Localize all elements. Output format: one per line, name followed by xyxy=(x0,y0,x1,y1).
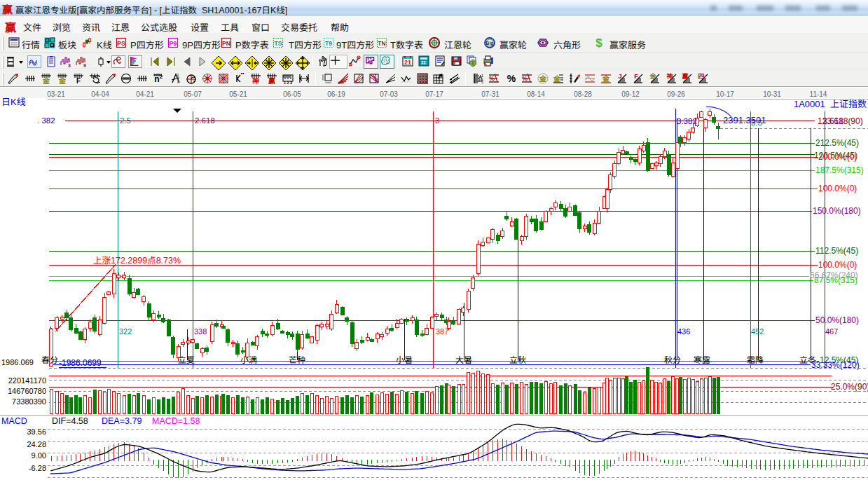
svg-text:100.0%(0): 100.0%(0) xyxy=(818,184,857,193)
svg-text:春分: 春分 xyxy=(41,355,58,365)
svg-text:05-07: 05-07 xyxy=(184,90,202,98)
svg-text:220141170: 220141170 xyxy=(8,376,46,385)
svg-text:2391.3501: 2391.3501 xyxy=(723,115,766,125)
svg-text:07-31: 07-31 xyxy=(481,90,500,98)
svg-text:08-14: 08-14 xyxy=(527,90,545,98)
svg-text:上涨172.2899点8.73%: 上涨172.2899点8.73% xyxy=(93,256,181,266)
svg-text:2.5: 2.5 xyxy=(120,116,131,125)
svg-text:日K线: 日K线 xyxy=(1,97,26,107)
svg-text:-6.28: -6.28 xyxy=(29,464,46,472)
svg-text:3.382: 3.382 xyxy=(677,117,697,125)
svg-text:. 382: . 382 xyxy=(37,116,55,125)
svg-text:1A0001 上证指数: 1A0001 上证指数 xyxy=(794,99,867,109)
svg-text:DIF=4.58: DIF=4.58 xyxy=(52,416,88,426)
svg-text:秋分: 秋分 xyxy=(664,355,681,365)
svg-text:06-05: 06-05 xyxy=(283,90,301,98)
svg-text:MACD: MACD xyxy=(1,416,27,426)
svg-text:39.56: 39.56 xyxy=(27,427,46,436)
svg-text:452: 452 xyxy=(751,327,764,336)
svg-text:467: 467 xyxy=(825,327,838,336)
svg-text:大暑: 大暑 xyxy=(455,355,472,365)
svg-text:100.0%(0): 100.0%(0) xyxy=(818,260,857,270)
svg-text:MACD=1.58: MACD=1.58 xyxy=(152,416,200,426)
svg-text:小暑: 小暑 xyxy=(396,355,413,365)
svg-text:87.5%(315): 87.5%(315) xyxy=(814,275,857,285)
svg-text:50.0%(180): 50.0%(180) xyxy=(815,315,859,325)
svg-text:立夏: 立夏 xyxy=(178,355,195,365)
svg-text:寒露: 寒露 xyxy=(694,355,710,365)
svg-text:07-17: 07-17 xyxy=(425,90,443,98)
svg-text:2.618: 2.618 xyxy=(195,116,215,125)
svg-text:112.5%(45): 112.5%(45) xyxy=(815,246,858,256)
svg-text:338: 338 xyxy=(194,327,207,336)
svg-text:436: 436 xyxy=(677,327,690,336)
svg-text:07-03: 07-03 xyxy=(380,90,398,98)
svg-text:DEA=3.79: DEA=3.79 xyxy=(102,416,142,426)
svg-text:11-14: 11-14 xyxy=(810,90,827,98)
svg-text:25.0%(90): 25.0%(90) xyxy=(831,382,868,392)
svg-text:387: 387 xyxy=(436,327,448,336)
svg-text:3: 3 xyxy=(435,116,439,125)
svg-text:146760780: 146760780 xyxy=(8,387,46,395)
svg-text:33.33%(120): 33.33%(120) xyxy=(811,360,860,370)
svg-text:200.0%(0): 200.0%(0) xyxy=(818,152,857,162)
svg-text:187.5%(315): 187.5%(315) xyxy=(815,165,864,175)
svg-text:212.5%(45): 212.5%(45) xyxy=(815,138,859,148)
svg-text:09-12: 09-12 xyxy=(621,90,640,98)
svg-text:小满: 小满 xyxy=(240,355,257,365)
svg-text:10-31: 10-31 xyxy=(763,90,781,98)
svg-text:霜降: 霜降 xyxy=(747,355,764,365)
svg-text:04-21: 04-21 xyxy=(136,90,154,98)
svg-text:322: 322 xyxy=(119,327,132,336)
svg-text:芒种: 芒种 xyxy=(289,355,305,365)
svg-text:3.618: 3.618 xyxy=(822,116,843,126)
svg-text:150.0%(180): 150.0%(180) xyxy=(813,206,861,216)
svg-text:-1986.0699: -1986.0699 xyxy=(59,358,102,368)
svg-text:03-21: 03-21 xyxy=(47,90,65,98)
svg-text:10-17: 10-17 xyxy=(716,90,734,98)
svg-text:73380390: 73380390 xyxy=(12,397,46,406)
svg-text:08-28: 08-28 xyxy=(574,90,592,98)
svg-text:24.28: 24.28 xyxy=(27,440,46,448)
svg-text:1986.069: 1986.069 xyxy=(1,358,34,366)
svg-text:立秋: 立秋 xyxy=(509,355,526,365)
svg-text:05-21: 05-21 xyxy=(229,90,247,98)
svg-text:09-26: 09-26 xyxy=(667,90,685,98)
svg-text:06-19: 06-19 xyxy=(327,90,345,98)
svg-text:9.00: 9.00 xyxy=(32,451,46,460)
svg-text:04-04: 04-04 xyxy=(91,90,109,98)
